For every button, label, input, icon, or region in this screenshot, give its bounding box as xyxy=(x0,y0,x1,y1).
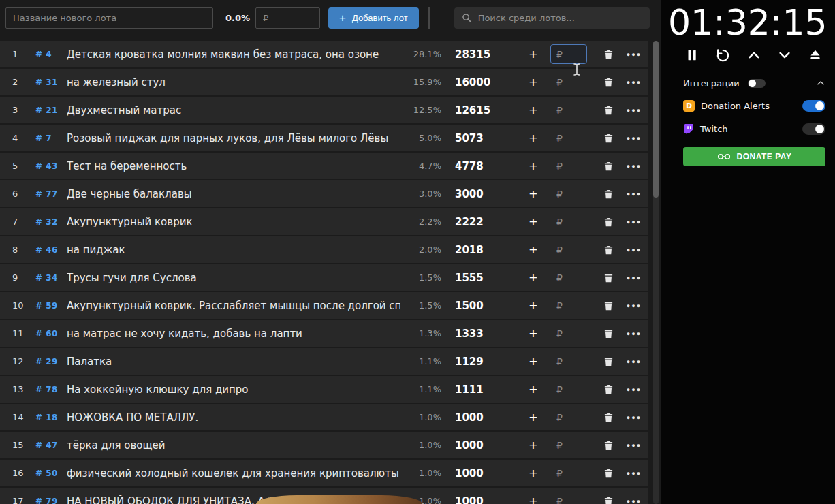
more-options-button[interactable]: ●●● xyxy=(624,74,644,91)
add-amount-button[interactable]: + xyxy=(523,463,543,484)
add-amount-button[interactable]: + xyxy=(523,324,543,344)
scrollbar[interactable] xyxy=(653,41,659,504)
add-amount-button[interactable]: + xyxy=(523,100,543,121)
add-amount-button[interactable]: + xyxy=(523,296,543,316)
lot-name[interactable]: на железный стул xyxy=(67,76,400,89)
more-options-button[interactable]: ●●● xyxy=(624,157,644,175)
lot-amount-input[interactable] xyxy=(550,156,587,176)
more-options-button[interactable]: ●●● xyxy=(624,129,644,147)
collapse-button[interactable] xyxy=(816,78,825,88)
trash-button[interactable] xyxy=(599,297,617,315)
lot-amount-input[interactable] xyxy=(550,379,587,399)
eject-button[interactable] xyxy=(806,46,824,64)
more-options-button[interactable]: ●●● xyxy=(624,213,644,231)
lot-amount-input[interactable] xyxy=(550,351,587,371)
more-options-button[interactable]: ●●● xyxy=(624,269,644,287)
subtract-time-button[interactable] xyxy=(776,46,793,64)
trash-button[interactable] xyxy=(599,269,617,287)
trash-button[interactable] xyxy=(599,492,617,504)
trash-button[interactable] xyxy=(599,353,617,371)
trash-button[interactable] xyxy=(599,381,617,398)
new-lot-name-input[interactable] xyxy=(5,7,213,29)
lot-name[interactable]: Розовый пиджак для парных луков, для Лёв… xyxy=(67,132,400,144)
more-options-button[interactable]: ●●● xyxy=(624,437,644,454)
add-amount-button[interactable]: + xyxy=(523,351,543,372)
more-options-button[interactable]: ●●● xyxy=(624,464,644,482)
lot-amount-input[interactable] xyxy=(550,100,587,120)
trash-button[interactable] xyxy=(599,129,617,147)
lot-name[interactable]: НОЖОВКА ПО МЕТАЛЛУ. xyxy=(67,411,400,424)
lot-name[interactable]: Акупунктурный коврик. Расслабляет мышцы … xyxy=(67,300,400,312)
add-amount-button[interactable]: + xyxy=(523,44,543,65)
trash-button[interactable] xyxy=(599,409,617,426)
more-options-button[interactable]: ●●● xyxy=(624,185,644,203)
donation-alerts-toggle[interactable] xyxy=(802,100,825,112)
lot-amount-input[interactable] xyxy=(550,268,587,287)
donate-pay-button[interactable]: DONATE PAY xyxy=(683,147,825,166)
lot-amount-input[interactable] xyxy=(550,240,587,259)
lot-amount-input[interactable] xyxy=(550,491,587,504)
lot-amount-input[interactable] xyxy=(550,212,587,232)
add-amount-button[interactable]: + xyxy=(523,72,543,93)
trash-button[interactable] xyxy=(599,437,617,454)
scrollbar-thumb[interactable] xyxy=(653,41,659,198)
add-amount-button[interactable]: + xyxy=(523,128,543,148)
lot-amount-input[interactable] xyxy=(550,44,587,64)
lot-name[interactable]: физический холодный кошелек для хранения… xyxy=(67,467,400,479)
lot-amount-input[interactable] xyxy=(550,407,587,427)
lot-name[interactable]: На хоккейную клюшку для дипро xyxy=(67,383,400,396)
lot-name[interactable]: тёрка для овощей xyxy=(67,439,400,452)
lot-name[interactable]: Акупунктурный коврик xyxy=(67,216,400,228)
twitch-toggle[interactable] xyxy=(802,123,825,135)
add-amount-button[interactable]: + xyxy=(523,491,543,504)
lot-amount-input[interactable] xyxy=(550,463,587,483)
trash-button[interactable] xyxy=(599,157,617,175)
lot-name[interactable]: Трусы гучи для Суслова xyxy=(67,272,400,284)
add-lot-button[interactable]: + Добавить лот xyxy=(328,7,419,29)
lot-amount-input[interactable] xyxy=(550,128,587,148)
add-amount-button[interactable]: + xyxy=(523,435,543,456)
lot-name[interactable]: Палатка xyxy=(67,356,400,368)
integrations-master-toggle[interactable] xyxy=(748,79,766,88)
lot-amount-input[interactable] xyxy=(550,324,587,343)
more-options-button[interactable]: ●●● xyxy=(624,353,644,371)
lot-amount-input[interactable] xyxy=(550,296,587,315)
trash-button[interactable] xyxy=(599,464,617,482)
add-amount-button[interactable]: + xyxy=(523,407,543,428)
search-box[interactable] xyxy=(454,7,650,29)
lot-amount-input[interactable] xyxy=(550,435,587,455)
add-amount-button[interactable]: + xyxy=(523,240,543,260)
lot-name[interactable]: на матрас не хочу кидать, добавь на лапт… xyxy=(67,328,400,340)
more-options-button[interactable]: ●●● xyxy=(624,381,644,398)
lot-name[interactable]: Тест на беременность xyxy=(67,160,400,172)
more-options-button[interactable]: ●●● xyxy=(624,409,644,426)
lot-name[interactable]: Две черные балаклавы xyxy=(67,188,400,200)
add-amount-button[interactable]: + xyxy=(523,212,543,232)
more-options-button[interactable]: ●●● xyxy=(624,101,644,119)
trash-button[interactable] xyxy=(599,213,617,231)
new-lot-cost-input[interactable] xyxy=(255,7,320,29)
lot-name[interactable]: Двухместный матрас xyxy=(67,104,400,116)
more-options-button[interactable]: ●●● xyxy=(624,241,644,259)
lot-name[interactable]: на пиджак xyxy=(67,244,400,256)
add-amount-button[interactable]: + xyxy=(523,268,543,288)
lot-name[interactable]: Детская кроватка молния маквин без матра… xyxy=(67,48,400,61)
add-time-button[interactable] xyxy=(745,46,763,64)
trash-button[interactable] xyxy=(599,185,617,203)
add-amount-button[interactable]: + xyxy=(523,379,543,400)
search-input[interactable] xyxy=(478,13,642,23)
add-amount-button[interactable]: + xyxy=(523,156,543,176)
lot-amount-input[interactable] xyxy=(550,184,587,204)
pause-button[interactable] xyxy=(683,46,701,64)
more-options-button[interactable]: ●●● xyxy=(624,46,644,63)
trash-button[interactable] xyxy=(599,74,617,91)
lot-amount-input[interactable] xyxy=(550,72,587,92)
add-amount-button[interactable]: + xyxy=(523,184,543,204)
more-options-button[interactable]: ●●● xyxy=(624,492,644,504)
more-options-button[interactable]: ●●● xyxy=(624,325,644,343)
more-options-button[interactable]: ●●● xyxy=(624,297,644,315)
trash-button[interactable] xyxy=(599,101,617,119)
trash-button[interactable] xyxy=(599,241,617,259)
trash-button[interactable] xyxy=(599,46,617,63)
trash-button[interactable] xyxy=(599,325,617,343)
